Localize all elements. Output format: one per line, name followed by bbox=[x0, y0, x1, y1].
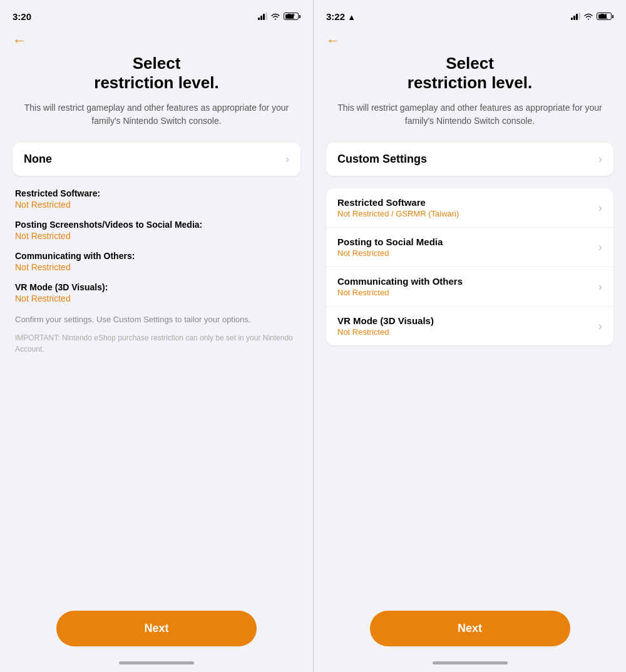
chevron-icon-ps: › bbox=[598, 241, 602, 254]
vr-mode-label-2: VR Mode (3D Visuals) bbox=[337, 315, 434, 326]
status-time-2: 3:22 ▲ bbox=[326, 11, 356, 22]
next-button-1[interactable]: Next bbox=[56, 611, 257, 646]
info-list-1: Restricted Software: Not Restricted Post… bbox=[13, 188, 300, 355]
chevron-icon-vr: › bbox=[598, 320, 602, 333]
settings-card: Restricted Software Not Restricted / GSR… bbox=[326, 188, 613, 345]
home-indicator-2 bbox=[433, 661, 508, 664]
restricted-software-value-2: Not Restricted / GSRMR (Taiwan) bbox=[337, 209, 459, 218]
page-content-1: Selectrestriction level. This will restr… bbox=[0, 54, 313, 601]
status-icons-2: 71 bbox=[571, 13, 613, 20]
restricted-software-label-2: Restricted Software bbox=[337, 197, 459, 208]
next-btn-container-2: Next bbox=[314, 601, 626, 661]
status-bar-1: 3:20 72 bbox=[0, 0, 313, 28]
settings-note: Confirm your settings. Use Custom Settin… bbox=[15, 313, 298, 326]
page-content-2: Selectrestriction level. This will restr… bbox=[314, 54, 626, 601]
info-restricted-software: Restricted Software: Not Restricted bbox=[15, 188, 298, 210]
communicating-label: Communicating with Others: bbox=[15, 251, 298, 261]
settings-posting-social[interactable]: Posting to Social Media Not Restricted › bbox=[326, 228, 613, 267]
battery-icon-1: 72 bbox=[284, 13, 300, 20]
signal-icon-2 bbox=[571, 13, 580, 20]
chevron-right-icon-2: › bbox=[598, 153, 602, 166]
none-label: None bbox=[24, 153, 52, 166]
vr-mode-value-2: Not Restricted bbox=[337, 327, 434, 337]
restricted-software-label: Restricted Software: bbox=[15, 188, 298, 198]
social-media-label: Posting Screenshots/Videos to Social Med… bbox=[15, 220, 298, 230]
info-vr-mode: VR Mode (3D Visuals): Not Restricted bbox=[15, 282, 298, 303]
next-btn-container-1: Next bbox=[0, 601, 313, 661]
settings-communicating[interactable]: Communicating with Others Not Restricted… bbox=[326, 267, 613, 307]
custom-selection-card[interactable]: Custom Settings › bbox=[326, 143, 613, 176]
status-time-1: 3:20 bbox=[13, 11, 31, 22]
page-subtitle-1: This will restrict gameplay and other fe… bbox=[13, 101, 300, 128]
battery-icon-2: 71 bbox=[597, 13, 613, 20]
wifi-icon-2 bbox=[583, 13, 593, 20]
screen-2: 3:22 ▲ 71 bbox=[313, 0, 626, 672]
back-button-2[interactable]: ← bbox=[314, 28, 352, 54]
page-title-2: Selectrestriction level. bbox=[326, 54, 613, 93]
posting-social-value: Not Restricted bbox=[337, 248, 443, 258]
chevron-icon-rs: › bbox=[598, 201, 602, 215]
none-selection-card[interactable]: None › bbox=[13, 143, 300, 176]
settings-restricted-software[interactable]: Restricted Software Not Restricted / GSR… bbox=[326, 188, 613, 228]
custom-settings-label: Custom Settings bbox=[337, 153, 427, 166]
chevron-right-icon-1: › bbox=[285, 153, 289, 166]
home-indicator-1 bbox=[119, 661, 194, 664]
info-communicating: Communicating with Others: Not Restricte… bbox=[15, 251, 298, 272]
posting-social-label: Posting to Social Media bbox=[337, 237, 443, 247]
next-button-2[interactable]: Next bbox=[370, 611, 570, 646]
communicating-value: Not Restricted bbox=[15, 262, 298, 272]
page-title-1: Selectrestriction level. bbox=[13, 54, 300, 93]
vr-mode-label: VR Mode (3D Visuals): bbox=[15, 282, 298, 292]
communicating-others-value: Not Restricted bbox=[337, 288, 463, 297]
restricted-software-value: Not Restricted bbox=[15, 200, 298, 210]
communicating-others-label: Communicating with Others bbox=[337, 276, 463, 287]
social-media-value: Not Restricted bbox=[15, 231, 298, 241]
chevron-icon-co: › bbox=[598, 280, 602, 293]
back-button-1[interactable]: ← bbox=[0, 28, 39, 54]
settings-important: IMPORTANT: Nintendo eShop purchase restr… bbox=[15, 332, 298, 355]
status-bar-2: 3:22 ▲ 71 bbox=[314, 0, 626, 28]
page-subtitle-2: This will restrict gameplay and other fe… bbox=[326, 101, 613, 128]
info-social-media: Posting Screenshots/Videos to Social Med… bbox=[15, 220, 298, 241]
signal-icon-1 bbox=[258, 13, 267, 20]
status-icons-1: 72 bbox=[258, 13, 300, 20]
settings-vr-mode[interactable]: VR Mode (3D Visuals) Not Restricted › bbox=[326, 307, 613, 345]
wifi-icon-1 bbox=[270, 13, 280, 20]
vr-mode-value: Not Restricted bbox=[15, 293, 298, 303]
screen-1: 3:20 72 bbox=[0, 0, 313, 672]
